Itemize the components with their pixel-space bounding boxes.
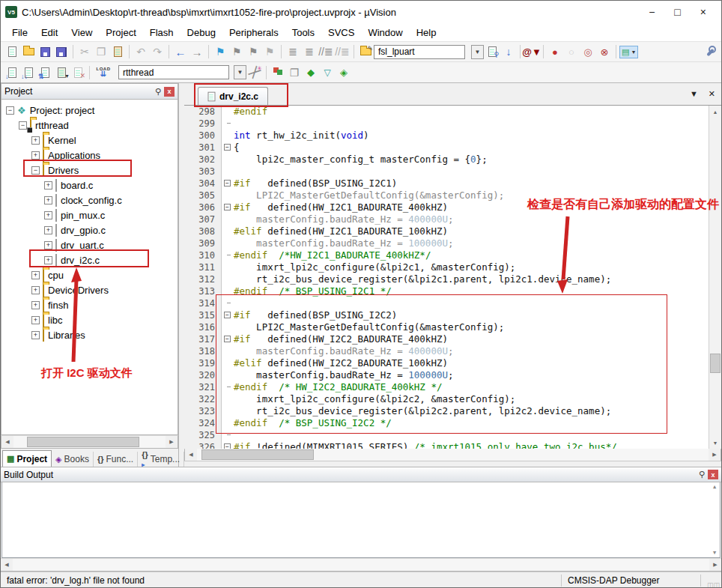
menu-debug[interactable]: Debug — [180, 25, 222, 40]
find-in-files-button[interactable]: ⚲ — [484, 44, 500, 59]
resize-grip[interactable]: ◫◫ — [707, 581, 720, 588]
code-line-308[interactable]: 308#elif defined(HW_I2C1_BADURATE_100kHZ… — [184, 225, 721, 237]
code-line-322[interactable]: 322 imxrt_lpi2c_configure(&lpi2c2, &mast… — [184, 393, 721, 405]
multi-diamond-icon[interactable]: ◈ — [336, 65, 352, 80]
code-line-305[interactable]: 305 LPI2C_MasterGetDefaultConfig(&master… — [184, 190, 721, 201]
code-line-302[interactable]: 302 lpi2c_master_config_t masterConfig =… — [184, 154, 721, 166]
save-all-button[interactable] — [53, 44, 70, 59]
scroll-right-icon[interactable]: ▶ — [166, 436, 178, 448]
expand-icon[interactable]: + — [31, 151, 40, 160]
code-line-317[interactable]: 317−#if defined(HW_I2C2_BADURATE_400kHZ) — [184, 333, 721, 345]
batch-build-button[interactable]: ▼ — [53, 65, 70, 80]
code-line-311[interactable]: 311 imxrt_lpi2c_configure(&lpi2c1, &mast… — [184, 261, 721, 273]
build-output-vscrollbar[interactable]: ▲ ▼ — [709, 482, 720, 557]
code-line-316[interactable]: 316 LPI2C_MasterGetDefaultConfig(&master… — [184, 321, 721, 333]
code-line-325[interactable]: 325 — [184, 429, 721, 441]
tree-item-drv-gpio-c[interactable]: +drv_gpio.c — [1, 222, 178, 237]
code-line-298[interactable]: 298#endif — [184, 106, 721, 118]
code-line-323[interactable]: 323 rt_i2c_bus_device_register(&lpi2c2.p… — [184, 405, 721, 417]
cut-icon[interactable]: ✂ — [76, 44, 93, 59]
code-line-299[interactable]: 299 — [184, 118, 721, 130]
menu-window[interactable]: Window — [361, 25, 409, 40]
scroll-down-icon[interactable]: ▼ — [709, 437, 721, 449]
expand-icon[interactable]: + — [44, 196, 52, 204]
code-line-300[interactable]: 300int rt_hw_i2c_init(void) — [184, 130, 721, 142]
tree-item-drv-i2c-c[interactable]: +drv_i2c.c — [1, 252, 178, 267]
stop-build-button[interactable]: ✕ — [70, 65, 86, 80]
scroll-right-icon[interactable]: ▶ — [709, 449, 721, 461]
find-in-files-icon[interactable]: ✎ — [357, 44, 374, 59]
indent-button[interactable]: ≣ — [285, 44, 301, 59]
translate-button[interactable]: ↓ — [4, 65, 20, 80]
minimize-button[interactable]: − — [649, 6, 655, 18]
build-output-close-icon[interactable]: x — [708, 470, 718, 479]
workspace-tab-books[interactable]: ◈Books — [52, 452, 94, 467]
expand-icon[interactable]: + — [31, 301, 40, 309]
vertical-splitter[interactable] — [179, 83, 184, 467]
manage-components-icon[interactable] — [270, 65, 286, 80]
fold-margin[interactable]: − — [222, 201, 234, 213]
find-at-symbol-button[interactable]: @▼ — [524, 44, 540, 59]
fold-margin[interactable]: − — [222, 309, 234, 321]
tree-item-clock-config-c[interactable]: +clock_config.c — [1, 193, 178, 207]
project-tree-hscrollbar[interactable]: ◀ ▶ — [1, 435, 178, 449]
workspace-tab-temp[interactable]: {}▸Temp... — [138, 452, 184, 467]
expand-icon[interactable]: + — [44, 211, 52, 219]
workspace-tab-func[interactable]: {}Func... — [94, 452, 138, 467]
code-line-324[interactable]: 324#endif /* BSP_USING_I2C2 */ — [184, 417, 721, 429]
expand-icon[interactable]: + — [44, 226, 52, 234]
build-output-hscrollbar[interactable]: ◀ ▶ — [1, 558, 721, 572]
outdent-button[interactable]: ≣ — [301, 44, 318, 59]
workspace-tab-project[interactable]: ▦Project — [2, 450, 52, 467]
tree-item-finsh[interactable]: +finsh — [1, 297, 178, 312]
pin-icon[interactable]: ⚲ — [155, 87, 161, 97]
tree-item-cpu[interactable]: +cpu — [1, 267, 178, 282]
breakpoint-disable-all-button[interactable]: ◎ — [580, 44, 596, 59]
scroll-thumb[interactable] — [710, 354, 721, 373]
menu-peripherals[interactable]: Peripherals — [222, 25, 285, 40]
menu-flash[interactable]: Flash — [143, 25, 180, 40]
search-input[interactable]: fsl_lpuart — [374, 45, 465, 59]
expand-icon[interactable]: + — [44, 256, 52, 264]
bookmark-clear-button[interactable]: ⚑ — [261, 44, 278, 59]
expand-icon[interactable]: + — [31, 316, 40, 324]
expand-icon[interactable]: − — [19, 121, 27, 130]
expand-icon[interactable]: + — [31, 271, 40, 279]
menu-edit[interactable]: Edit — [34, 25, 64, 40]
fold-margin[interactable]: − — [222, 441, 234, 449]
tree-item-board-c[interactable]: +board.c — [1, 178, 178, 193]
scroll-left-icon[interactable]: ◀ — [185, 449, 197, 461]
new-file-button[interactable] — [4, 44, 20, 59]
incremental-find-button[interactable]: ↓ — [500, 44, 517, 59]
scroll-left-icon[interactable]: ◀ — [1, 559, 13, 571]
tree-item-libc[interactable]: +libc — [1, 312, 178, 327]
editor-vscrollbar[interactable]: ▲ ▼ — [709, 106, 721, 449]
code-line-320[interactable]: 320 masterConfig.baudRate_Hz = 100000U; — [184, 369, 721, 381]
filter-diamond-icon[interactable]: ▽ — [319, 65, 336, 80]
fold-margin[interactable]: − — [222, 178, 234, 190]
target-dropdown-button[interactable]: ▼ — [234, 65, 246, 79]
scroll-thumb[interactable] — [201, 449, 314, 460]
open-file-button[interactable] — [20, 44, 37, 59]
bookmark-next-button[interactable]: ⚑ — [245, 44, 261, 59]
code-line-304[interactable]: 304−#if defined(BSP_USING_I2C1) — [184, 178, 721, 190]
scroll-left-icon[interactable]: ◀ — [1, 436, 13, 448]
target-select[interactable]: rtthread — [118, 65, 229, 79]
code-line-315[interactable]: 315−#if defined(BSP_USING_I2C2) — [184, 309, 721, 321]
configure-wrench-button[interactable] — [702, 44, 718, 59]
expand-icon[interactable]: − — [31, 166, 40, 175]
manage-run-time-icon[interactable]: ◆ — [303, 65, 319, 80]
expand-icon[interactable]: + — [31, 286, 40, 294]
tree-item-rtthread[interactable]: −rtthread — [1, 118, 178, 133]
tab-drv-i2c[interactable]: drv_i2c.c — [198, 87, 268, 105]
scroll-down-icon[interactable]: ▼ — [713, 550, 716, 556]
tree-item-applications[interactable]: +Applications — [1, 148, 178, 163]
save-button[interactable] — [37, 44, 53, 59]
menu-file[interactable]: File — [5, 25, 34, 40]
comment-button[interactable]: //≣ — [318, 44, 334, 59]
tab-list-dropdown-icon[interactable]: ▼ — [690, 89, 698, 99]
code-line-319[interactable]: 319#elif defined(HW_I2C2_BADURATE_100kHZ… — [184, 357, 721, 369]
tree-item-kernel[interactable]: +Kernel — [1, 133, 178, 148]
code-line-312[interactable]: 312 rt_i2c_bus_device_register(&lpi2c1.p… — [184, 273, 721, 285]
target-options-wand-icon[interactable]: ╳✳ — [246, 65, 263, 80]
